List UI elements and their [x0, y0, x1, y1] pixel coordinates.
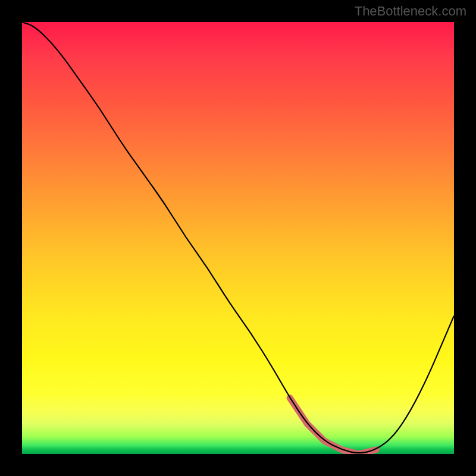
watermark-text: TheBottleneck.com: [355, 4, 466, 19]
chart-svg: [22, 22, 454, 454]
curve-line: [22, 22, 454, 453]
plot-area: [22, 22, 454, 454]
